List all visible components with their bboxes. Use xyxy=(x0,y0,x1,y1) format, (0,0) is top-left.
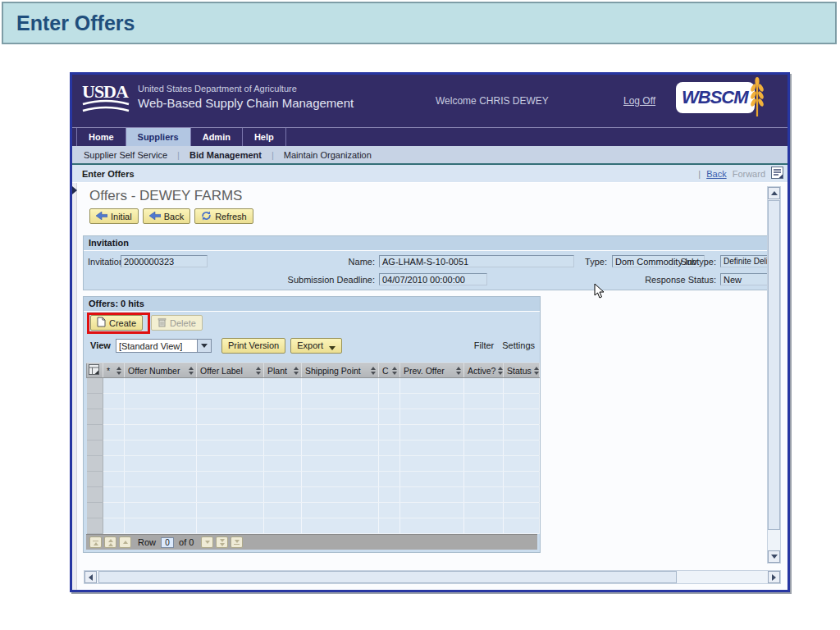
table-options-header[interactable] xyxy=(87,363,103,378)
invitation-panel: Invitation Invitation: 2000000323 Name: … xyxy=(83,235,778,290)
tab-help[interactable]: Help xyxy=(243,128,286,146)
table-cell xyxy=(379,441,400,456)
table-cell xyxy=(103,425,125,441)
view-dropdown-value[interactable]: [Standard View] xyxy=(116,339,198,353)
table-header-row: * Offer Number Offer Label Plant Shippin… xyxy=(87,363,540,378)
filter-link[interactable]: Filter xyxy=(474,340,494,350)
table-cell xyxy=(302,503,379,518)
row-selector-cell xyxy=(87,472,103,487)
table-cell xyxy=(400,518,464,534)
first-page-button[interactable] xyxy=(89,536,102,548)
offers-toolbar-secondary: View [Standard View] Print Version Expor… xyxy=(84,335,540,356)
table-cell xyxy=(197,425,264,441)
invitation-subtype-label: Subtype: xyxy=(656,257,716,267)
page-title-banner: Enter Offers xyxy=(2,2,837,44)
export-button[interactable]: Export xyxy=(290,338,342,354)
application-name: Web-Based Supply Chain Management xyxy=(138,96,354,110)
subnav-maintain-organization[interactable]: Maintain Organization xyxy=(284,150,372,160)
column-header-offer-label[interactable]: Offer Label xyxy=(197,363,264,378)
arrow-right-icon xyxy=(772,574,776,581)
column-header-plant[interactable]: Plant xyxy=(264,363,302,378)
table-cell xyxy=(197,441,264,456)
tab-suppliers[interactable]: Suppliers xyxy=(126,128,191,146)
row-number-input[interactable]: 0 xyxy=(161,537,174,548)
table-cell xyxy=(504,456,540,472)
table-cell xyxy=(264,518,302,534)
scroll-right-button[interactable] xyxy=(768,571,780,583)
wbscm-logo: WBSCM xyxy=(676,82,755,113)
log-off-link[interactable]: Log Off xyxy=(623,95,655,107)
page-up-button[interactable] xyxy=(104,536,116,548)
subnav-bid-management[interactable]: Bid Management xyxy=(189,150,262,160)
page-down-button[interactable] xyxy=(216,536,228,548)
invitation-panel-title: Invitation xyxy=(84,236,778,251)
row-up-button[interactable] xyxy=(119,536,131,548)
table-cell xyxy=(264,456,302,472)
sort-icon xyxy=(114,367,122,375)
refresh-icon xyxy=(201,211,212,222)
vertical-scrollbar-thumb[interactable] xyxy=(768,200,780,530)
horizontal-scrollbar-thumb[interactable] xyxy=(98,571,677,583)
delete-button[interactable]: Delete xyxy=(151,315,203,331)
table-cell xyxy=(302,472,379,487)
subnav-supplier-self-service[interactable]: Supplier Self Service xyxy=(84,150,167,160)
invitation-number-field[interactable]: 2000000323 xyxy=(121,255,208,267)
table-row xyxy=(87,518,540,534)
table-cell xyxy=(379,487,400,503)
table-cell xyxy=(197,472,264,487)
tab-home[interactable]: Home xyxy=(76,128,126,146)
submission-deadline-field[interactable]: 04/07/2010 00:00:00 xyxy=(379,273,487,285)
column-header-flag[interactable]: * xyxy=(103,363,125,378)
scroll-down-button[interactable] xyxy=(768,550,780,563)
settings-link[interactable]: Settings xyxy=(502,340,535,350)
column-header-status[interactable]: Status xyxy=(504,363,540,378)
welcome-text: Welcome CHRIS DEWEY xyxy=(436,95,549,107)
column-header-active[interactable]: Active? xyxy=(464,363,504,378)
offers-panel: Offers: 0 hits Create xyxy=(83,296,541,553)
table-cell xyxy=(504,394,540,409)
scroll-up-button[interactable] xyxy=(768,187,780,199)
content-left-margin xyxy=(72,183,77,591)
page-heading: Offers - DEWEY FARMS xyxy=(89,188,242,204)
collapse-handle-icon[interactable] xyxy=(72,186,77,194)
table-cell xyxy=(125,503,197,518)
response-status-label: Response Status: xyxy=(623,275,716,285)
scroll-left-button[interactable] xyxy=(84,571,97,583)
column-header-c[interactable]: C xyxy=(379,363,400,378)
column-header-shipping-point[interactable]: Shipping Point xyxy=(302,363,379,378)
column-header-offer-number[interactable]: Offer Number xyxy=(125,363,197,378)
refresh-button[interactable]: Refresh xyxy=(194,208,253,224)
row-selector-cell xyxy=(87,503,103,518)
invitation-type-label: Type: xyxy=(543,257,607,267)
invitation-form: Invitation: 2000000323 Name: AG-LHAM-S-1… xyxy=(84,251,778,290)
sort-icon xyxy=(495,367,503,375)
row-down-button[interactable] xyxy=(201,536,213,548)
create-button[interactable]: Create xyxy=(90,315,143,331)
dropdown-arrow-button[interactable] xyxy=(198,339,212,353)
table-cell xyxy=(379,409,400,425)
table-cell xyxy=(379,425,400,441)
tab-admin[interactable]: Admin xyxy=(191,128,243,146)
refresh-button-label: Refresh xyxy=(215,212,247,221)
last-page-button[interactable] xyxy=(231,536,243,548)
print-version-button[interactable]: Print Version xyxy=(221,338,285,354)
table-cell xyxy=(400,394,464,409)
table-cell xyxy=(504,409,540,425)
table-cell xyxy=(379,456,400,472)
table-cell xyxy=(464,472,504,487)
back-button[interactable]: Back xyxy=(143,208,190,224)
table-cell xyxy=(125,378,197,394)
arrow-left-icon xyxy=(149,212,161,221)
column-header-prev-offer[interactable]: Prev. Offer xyxy=(400,363,464,378)
page-options-icon[interactable] xyxy=(771,167,783,180)
table-row xyxy=(87,425,540,441)
page-title: Enter Offers xyxy=(3,11,135,35)
view-dropdown[interactable]: [Standard View] xyxy=(116,339,212,353)
table-row xyxy=(87,487,540,503)
print-version-label: Print Version xyxy=(228,340,279,350)
back-link[interactable]: Back xyxy=(706,169,726,179)
row-selector-cell xyxy=(87,409,103,425)
app-window: USDA United States Department of Agricul… xyxy=(70,72,790,592)
table-cell xyxy=(302,378,379,394)
initial-button[interactable]: Initial xyxy=(89,208,139,224)
